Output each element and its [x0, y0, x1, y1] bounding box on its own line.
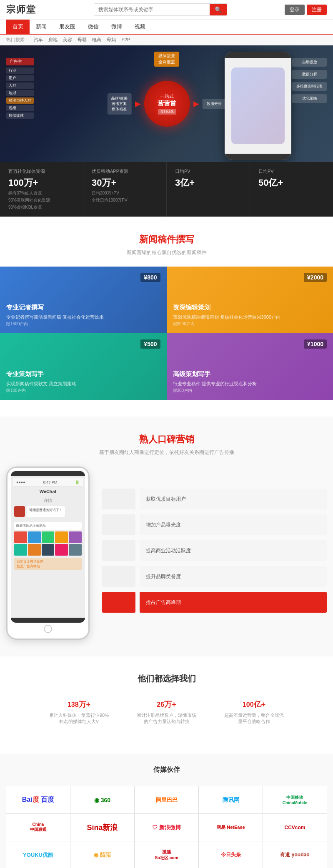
chat-image-section: 康师傅饮品推出新品 [13, 521, 83, 557]
youku-logo: YOUKU优酷 [23, 851, 53, 859]
news-card-original-2: 限100户内 [6, 388, 160, 394]
nav-item-news[interactable]: 新闻 [30, 20, 53, 34]
news-card-desc-3: 行业专业稿件 提供专业的行业视点和分析 [173, 380, 327, 387]
stat-item-2: 日均PV 3亿+ [167, 162, 250, 217]
hero-circle: 一站式 营营首 实时优化 [144, 81, 190, 127]
keyword-p2p[interactable]: P2P [121, 37, 130, 42]
wom-feature-2: 提高商业活动活跃度 [102, 540, 327, 561]
tencent-logo: 腾讯网 [222, 796, 240, 804]
register-button[interactable]: 注册 [307, 5, 327, 15]
weibo-logo-el: ♡ 新浪微博 [152, 824, 181, 831]
youdao-logo: 有道 youdao [280, 851, 309, 858]
stat-label-3: 日均PV [258, 168, 325, 175]
hero-circle-main: 一站式 [160, 93, 174, 100]
partner-toutiao[interactable]: 今日头条 [199, 841, 263, 868]
keyword-car[interactable]: 汽车 [34, 37, 43, 42]
partner-netease[interactable]: 网易 NetEase [199, 814, 263, 841]
partner-chinamobile[interactable]: 中国移动ChinaMobile [263, 786, 327, 813]
grid-thumb-7 [28, 544, 41, 556]
partner-tencent[interactable]: 腾讯网 [199, 786, 263, 813]
momo-logo: ◉ 陌陌 [94, 851, 111, 859]
news-card-3[interactable]: ¥1000 高级策划写手 行业专业稿件 提供专业的行业视点和分析 限200户内 [167, 333, 333, 400]
partner-weibo[interactable]: ♡ 新浪微博 [135, 814, 198, 841]
keyword-baby[interactable]: 母婴 [78, 37, 87, 42]
stat-label-1: 优质移动APP资源 [92, 168, 158, 175]
stat-desc-1: 日均200万+PV [92, 190, 158, 196]
news-card-overlay-3: ¥1000 高级策划写手 行业专业稿件 提供专业的行业视点和分析 限200户内 [167, 333, 333, 400]
partner-baidu[interactable]: Bai度 百度 [6, 786, 70, 813]
stats-bar: 百万社化媒体资源 100万+ 拥有37%红人资源 90%互联网社会化资源 90%… [0, 162, 333, 217]
news-card-overlay-2: ¥500 专业策划写手 实现新闻稿件规软文 我立策划案略 限100户内 [0, 333, 167, 400]
sina-logo: Sina新浪 [87, 823, 118, 833]
wechat-app-title: WeChat [13, 487, 83, 496]
toutiao-logo: 今日头条 [221, 851, 241, 858]
keyword-beauty[interactable]: 美容 [63, 37, 72, 42]
alibaba-logo: 阿里巴巴 [156, 796, 178, 804]
search-button[interactable]: 🔍 [210, 4, 227, 15]
wom-feature-text-1: 增加产品曝光度 [140, 514, 327, 535]
news-card-0[interactable]: ¥800 专业记者撰写 专业记者撰写简洁量新闻稿 复核社会化运营效果 限1500… [0, 267, 167, 333]
news-card-2[interactable]: ¥500 专业策划写手 实现新闻稿件规软文 我立策划案略 限100户内 [0, 333, 167, 400]
partner-momo[interactable]: ◉ 陌陌 [70, 841, 134, 868]
wechat-battery: 🔋 [75, 480, 80, 484]
cctv-logo: CCVcom [284, 825, 305, 831]
news-card-original-0: 限1500户内 [6, 321, 160, 327]
stat-desc-0b: 90%互联网社会化资源 [8, 197, 75, 203]
nav-item-video[interactable]: 视频 [128, 20, 152, 34]
choose-stat-2: 100亿+ 超高流量运营量，整合全球流量平台战略合作 [223, 695, 285, 725]
wechat-chat-title: 详情 [13, 496, 83, 505]
partner-youdao[interactable]: 有道 youdao [263, 841, 327, 868]
grid-thumb-1 [14, 531, 27, 543]
news-title: 新闻稿件撰写 [6, 233, 327, 246]
nav-item-friends[interactable]: 朋友圈 [53, 20, 82, 34]
choose-desc-1: 累计注册品牌客户，深懂市场的广告力量认知与转换 [135, 712, 198, 725]
news-card-price-0: ¥800 [140, 273, 160, 282]
search-box: 🔍 [94, 3, 227, 16]
logo: 宗师堂 [6, 3, 36, 16]
partner-chinaunicom[interactable]: China中国联通 [6, 814, 70, 841]
news-card-title-3: 高级策划写手 [173, 370, 327, 378]
stat-desc-0: 拥有37%红人资源 [8, 190, 75, 196]
keyword-ecommerce[interactable]: 电商 [92, 37, 101, 42]
wechat-header: ●●●● 8:43 PM 🔋 [13, 478, 83, 487]
partner-alibaba[interactable]: 阿里巴巴 [135, 786, 198, 813]
search-input[interactable] [94, 5, 210, 15]
choose-num-2: 100亿+ [223, 695, 285, 710]
keyword-house[interactable]: 房地 [48, 37, 58, 42]
choose-stat-1: 26万+ 累计注册品牌客户，深懂市场的广告力量认知与转换 [135, 695, 198, 725]
keyword-mama[interactable]: 母妈 [107, 37, 116, 42]
news-card-desc-1: 策划优质精准编辑策划 复核社会化运营效果3000户内 [173, 314, 327, 321]
partner-sohu[interactable]: 搜狐So社区.com [135, 841, 198, 868]
wom-feature-1: 增加产品曝光度 [102, 514, 327, 535]
grid-thumb-3 [42, 531, 55, 543]
login-button[interactable]: 登录 [285, 5, 305, 15]
home-button-circle [44, 625, 52, 633]
wom-feature-thumb-3 [102, 566, 135, 587]
choose-stats: 138万+ 累计入驻媒体，复盖行业90%知名的媒体红人大V 26万+ 累计注册品… [6, 695, 327, 725]
grid-thumb-9 [55, 544, 68, 556]
partner-youku[interactable]: YOUKU优酷 [6, 841, 70, 868]
nav-home[interactable]: 首页 [6, 20, 30, 34]
hero-banner: 广告主 行业 用户 人群 地域 精准自持人群 规模 数据媒体 品牌/效果传播方案… [0, 45, 333, 162]
partner-sina[interactable]: Sina新浪 [70, 814, 134, 841]
news-heading: 新闻稿件撰写 [6, 233, 327, 246]
news-card-1[interactable]: ¥2000 资深编辑策划 策划优质精准编辑策划 复核社会化运营效果3000户内 … [167, 267, 333, 333]
wom-feature-0: 获取优质目标用户 [102, 489, 327, 509]
stat-number-3: 50亿+ [258, 177, 325, 189]
chat-brand-msg: 康师傅饮品推出新品 [14, 522, 82, 530]
nav-item-weibo[interactable]: 微博 [105, 20, 128, 34]
nav-item-wechat[interactable]: 微信 [82, 20, 105, 34]
news-section: 新闻稿件撰写 新闻营销的核心源自优选的新闻稿件 ¥800 专业记者撰写 专业记者… [0, 217, 333, 417]
news-card-original-3: 限200户内 [173, 388, 327, 394]
wom-subtitle: 基于朋友圈红人商像进行定位，依托好友关系圈进行广告传播 [6, 449, 327, 456]
partner-360[interactable]: ◉ 360 [70, 786, 134, 813]
news-card-original-1: 限3000户内 [173, 321, 327, 327]
chat-message-0: 可能是普通的对话了！ [13, 505, 83, 518]
grid-thumb-5 [69, 531, 82, 543]
grid-thumb-6 [14, 544, 27, 556]
partner-cctv[interactable]: CCVcom [263, 814, 327, 841]
chat-bubble-0: 可能是普通的对话了！ [27, 506, 65, 517]
grid-thumb-4 [55, 531, 68, 543]
partners-section: 传媒伙伴 Bai度 百度 ◉ 360 阿里巴巴 腾讯网 中国移动ChinaMob… [0, 754, 333, 868]
partners-title: 传媒伙伴 [6, 762, 327, 778]
